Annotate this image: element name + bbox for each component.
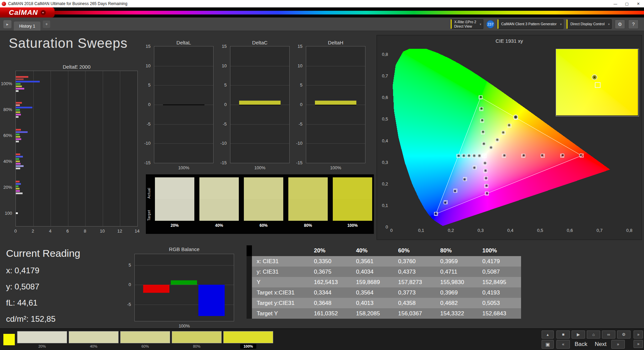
y-tick-label: 0 (148, 102, 151, 107)
table-cell: 152,6843 (479, 308, 521, 319)
next-button[interactable]: Next (592, 340, 609, 349)
y-group-label: 100% (1, 81, 12, 86)
expand-top-button[interactable]: » (634, 330, 643, 339)
x-tick-label: 2 (32, 229, 34, 234)
minimize-button[interactable]: — (610, 0, 621, 7)
y-tick-label: 0 (300, 102, 302, 107)
x-tick-label: 0,3 (478, 228, 484, 233)
delta-e-bar (16, 102, 22, 104)
delta-e-bar (16, 88, 24, 90)
help-button[interactable]: ? (628, 20, 639, 29)
infinity-icon: ∞ (607, 332, 610, 337)
delta-l-plot (154, 46, 214, 163)
measure-settings-button[interactable]: ⚙ (617, 330, 631, 339)
display-control-dropdown[interactable]: Direct Display Control ▾ (567, 19, 612, 29)
y-tick-label: 15 (146, 44, 151, 49)
x-tick-label: 6 (66, 229, 69, 234)
table-corner (247, 245, 252, 256)
x-tick-label: 0,5 (537, 228, 543, 233)
cie-1931-chart: CIE 1931 xy 00,10,20,30,40,50,60,70,8 00… (377, 35, 642, 240)
stop-button[interactable]: ■ (556, 330, 570, 339)
swatch-label: 100% (240, 344, 256, 349)
maximize-button[interactable]: ▢ (621, 0, 633, 7)
gear-icon: ⚙ (618, 22, 622, 27)
y-group-label: 20% (3, 184, 12, 189)
delta-e-2000-chart: DeltaE 2000 100%80%60%40%20%100 02468101… (0, 64, 145, 242)
y-tick-label: -5 (147, 121, 151, 126)
saturation-swatch-button[interactable]: 80% (172, 331, 222, 349)
delta-c-plot (230, 46, 290, 163)
table-row-label: Target x:CIE31 (252, 287, 311, 298)
meter-status-badge[interactable]: 237 (486, 20, 494, 28)
saturation-swatch-button[interactable]: 20% (17, 331, 67, 349)
delta-e-bar (16, 78, 24, 80)
delta-h-chart: DeltaH 151050-5-10-15 100% (288, 40, 365, 188)
y-tick-label: 0,1 (382, 203, 388, 208)
table-cell: 155,9830 (437, 277, 479, 287)
expand-bottom-button[interactable]: » (634, 340, 643, 348)
x-axis-label: 100% (230, 165, 290, 170)
x-tick-label: 0,8 (626, 228, 632, 233)
continuous-measure-button[interactable]: ∞ (602, 330, 615, 339)
pattern-popout-button[interactable]: ▴ (542, 330, 554, 339)
swatch-label: 20% (38, 344, 46, 349)
capture-button[interactable]: ⌂ (587, 330, 600, 339)
back-button[interactable]: Back (572, 340, 590, 349)
x-tick-label: 12 (117, 229, 122, 234)
table-cell: 161,0352 (311, 308, 353, 319)
table-row-label: Target y:CIE31 (252, 298, 311, 308)
y-tick-label: -5 (127, 302, 131, 307)
table-col-header: 60% (395, 245, 437, 256)
main-content: Saturation Sweeps DeltaE 2000 100%80%60%… (0, 31, 644, 328)
play-button[interactable]: ▶ (572, 330, 585, 339)
tab-history-1[interactable]: History 1 (14, 22, 40, 31)
delta-e-bar (16, 156, 23, 158)
add-tab-button[interactable]: + (43, 21, 50, 28)
delta-e-bar (16, 81, 40, 82)
table-cell: 0,3959 (437, 256, 479, 267)
table-row: Target Y161,0352158,2085156,0367154,3322… (247, 308, 521, 319)
current-reading-fl: fL: 44,61 (6, 298, 80, 308)
table-cell: 0,4179 (479, 256, 521, 267)
chevron-down-icon: ▾ (560, 22, 562, 26)
meter-dropdown[interactable]: X-Rite i1Pro 2 Direct View ▾ (451, 19, 483, 29)
play-icon: ▶ (577, 332, 580, 337)
close-button[interactable]: ✕ (633, 0, 644, 7)
delta-e-bar (16, 76, 28, 78)
back-chevron-button[interactable]: « (556, 340, 570, 349)
pattern-generator-dropdown[interactable]: CalMAN Client 3 Pattern Generator ▾ (497, 19, 564, 29)
y-ticks: 50-5 (119, 254, 133, 321)
settings-button[interactable]: ⚙ (615, 20, 625, 29)
y-tick-label: 0,2 (382, 181, 388, 186)
next-chevron-button[interactable]: » (611, 340, 625, 349)
spectrum-strip (54, 11, 644, 14)
delta-e-bar (16, 183, 21, 185)
capture-icon: ⌂ (592, 332, 594, 337)
x-tick-label: 0,4 (507, 228, 513, 233)
saturation-swatch-buttons: 20%40%60%80%100% (17, 331, 273, 349)
delta-e-bar (16, 138, 21, 140)
table-cell: 0,3564 (353, 287, 395, 298)
results-table: 20%40%60%80%100%x: CIE310,33500,35610,37… (247, 245, 521, 319)
pattern-window-button[interactable]: ▣ (542, 340, 554, 349)
delta-e-bar (16, 153, 20, 155)
saturation-swatch-button[interactable]: 60% (120, 331, 170, 349)
table-col-header: 100% (479, 245, 521, 256)
saturation-swatch-button[interactable]: 40% (69, 331, 119, 349)
calman-logo-menu[interactable]: CalMAN ▼ (0, 7, 55, 18)
blue-balance-bar (198, 285, 225, 316)
delta-e-bar (16, 158, 19, 160)
y-tick-label: -5 (298, 121, 302, 126)
x-tick-label: 10 (100, 229, 105, 234)
table-row: x: CIE310,33500,35610,37600,39590,4179 (247, 256, 521, 267)
gear-icon: ⚙ (622, 332, 626, 337)
table-cell: 0,4711 (437, 267, 479, 277)
saturation-swatch-button[interactable]: 100% (223, 331, 273, 349)
history-nav-button[interactable]: ▸ (3, 20, 11, 28)
logo-text: CalMAN (9, 8, 38, 16)
table-col-header: 80% (437, 245, 479, 256)
y-tick-label: 10 (298, 63, 302, 68)
y-tick-label: 15 (222, 44, 227, 49)
actual-target-swatch (333, 177, 372, 221)
table-cell: 0,3969 (437, 287, 479, 298)
